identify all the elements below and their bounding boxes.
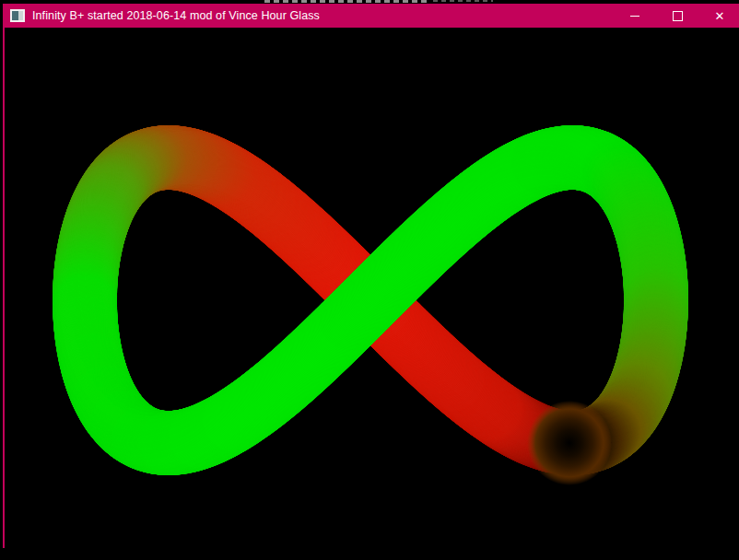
minimize-button[interactable] — [614, 4, 656, 28]
close-button[interactable]: ✕ — [698, 4, 739, 28]
infinity-render-canvas — [5, 28, 739, 548]
close-icon: ✕ — [715, 10, 725, 22]
desktop-background: Infinity B+ started 2018-06-14 mod of Vi… — [0, 0, 739, 560]
background-window-artifact-2 — [433, 0, 493, 2]
app-window: Infinity B+ started 2018-06-14 mod of Vi… — [3, 4, 739, 548]
maximize-button[interactable] — [656, 4, 698, 28]
window-title: Infinity B+ started 2018-06-14 mod of Vi… — [32, 9, 320, 22]
minimize-icon — [630, 16, 639, 17]
client-area — [5, 28, 739, 548]
app-icon-pane-left — [12, 11, 18, 20]
caption-buttons: ✕ — [614, 4, 739, 28]
app-icon — [10, 9, 25, 22]
app-icon-pane-right — [18, 11, 23, 20]
background-window-artifact — [264, 0, 428, 3]
maximize-icon — [673, 11, 683, 21]
titlebar[interactable]: Infinity B+ started 2018-06-14 mod of Vi… — [5, 4, 739, 28]
